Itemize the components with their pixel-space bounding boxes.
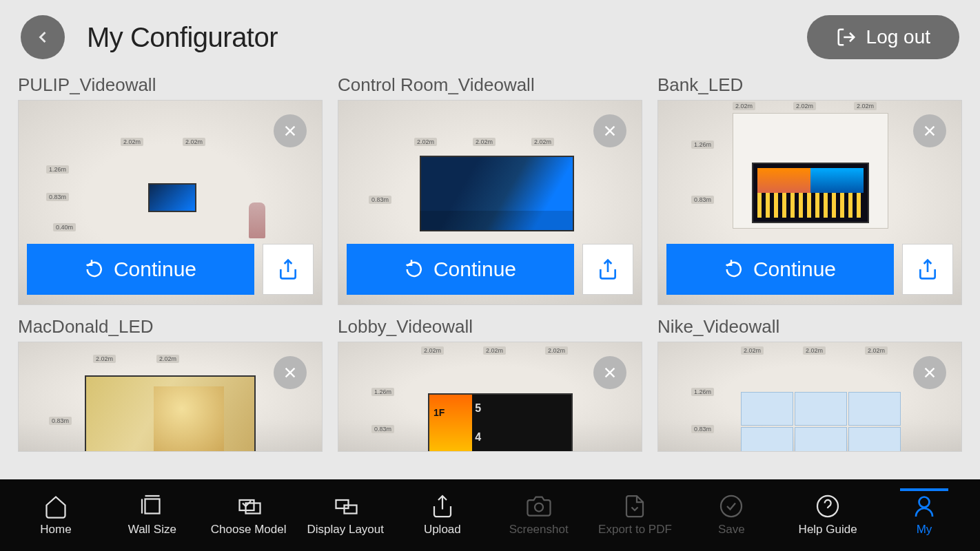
delete-project-button[interactable] [593,114,626,147]
project-title: PULIP_Videowall [18,74,323,96]
projects-grid: PULIP_Videowall 2.02m 2.02m 1.26m 0.83m … [0,66,980,452]
project: Lobby_Videowall 2.02m 2.02m 2.02m 1.26m … [338,316,642,452]
nav-label: Choose Model [211,523,287,537]
project: PULIP_Videowall 2.02m 2.02m 1.26m 0.83m … [18,74,323,305]
project: Control Room_Videowall 2.02m 2.02m 2.02m… [338,74,642,305]
close-icon [602,365,617,380]
back-button[interactable] [21,15,65,59]
nav-display-layout[interactable]: Display Layout [307,494,384,537]
upload-icon [430,494,455,519]
project-card: 2.02m 2.02m 1.26m 0.83m 0.40m Continue [18,100,323,305]
svg-rect-21 [336,500,349,508]
close-icon [922,123,937,138]
redo-icon [405,259,425,280]
page-title: My Configurator [87,22,278,53]
layout-icon [333,494,358,519]
continue-label: Continue [433,258,516,281]
continue-label: Continue [114,258,196,281]
nav-label: Display Layout [307,523,384,537]
svg-rect-22 [345,506,357,514]
continue-button[interactable]: Continue [27,244,254,295]
nav-my[interactable]: My [886,494,962,537]
project-preview[interactable]: 2.02m 2.02m 2.02m 1.26m 0.83m 1F 5 4 [338,342,642,451]
user-icon [912,494,937,519]
nav-label: My [917,523,932,537]
nav-label: Upload [424,523,461,537]
continue-label: Continue [753,258,836,281]
header: My Configurator Log out [0,0,980,66]
home-icon [43,494,68,519]
svg-point-24 [535,503,543,512]
project-card: 2.02m 2.02m 2.02m 1.26m 0.83m [657,342,962,452]
project-title: MacDonald_LED [18,316,323,337]
project: Bank_LED 2.02m 2.02m 2.02m 1.26m 0.83m [657,74,962,305]
nav-label: Screenshot [509,523,569,537]
project-card: 2.02m 2.02m 0.83m [18,342,323,452]
project-card: 2.02m 2.02m 2.02m 1.26m 0.83m 1F 5 4 [338,342,642,452]
bottom-nav: Home Wall Size Choose Model Display Layo… [0,479,980,551]
share-button[interactable] [902,244,953,295]
nav-save: Save [693,494,769,537]
project: MacDonald_LED 2.02m 2.02m 0.83m [18,316,323,452]
svg-point-25 [721,496,742,517]
help-icon [815,494,840,519]
svg-rect-16 [145,499,159,514]
nav-label: Save [718,523,745,537]
delete-project-button[interactable] [593,356,626,389]
close-icon [602,123,617,138]
nav-label: Help Guide [799,523,857,537]
redo-icon [85,259,105,280]
project-card: 2.02m 2.02m 2.02m 0.83m Continue [338,100,642,305]
close-icon [283,365,298,380]
card-actions: Continue [658,237,961,304]
chevron-left-icon [33,28,52,47]
delete-project-button[interactable] [913,114,946,147]
card-actions: Continue [19,237,322,304]
nav-wall-size[interactable]: Wall Size [114,494,190,537]
share-button[interactable] [263,244,314,295]
svg-point-28 [919,497,929,508]
share-button[interactable] [582,244,633,295]
nav-upload[interactable]: Upload [405,494,480,537]
logout-icon [836,27,857,48]
continue-button[interactable]: Continue [666,244,894,295]
project-title: Bank_LED [657,74,962,96]
close-icon [283,123,298,138]
project-title: Nike_Videowall [657,316,962,337]
camera-icon [527,494,551,519]
nav-screenshot: Screenshot [501,494,577,537]
nav-home[interactable]: Home [18,494,94,537]
project: Nike_Videowall 2.02m 2.02m 2.02m 1.26m 0… [657,316,962,452]
share-icon [597,258,619,280]
wallsize-icon [140,494,165,519]
share-icon [917,258,939,280]
nav-label: Wall Size [128,523,176,537]
close-icon [922,365,937,380]
project-title: Control Room_Videowall [338,74,642,96]
nav-help-guide[interactable]: Help Guide [790,494,866,537]
project-title: Lobby_Videowall [338,316,642,337]
svg-point-26 [817,496,838,517]
redo-icon [724,259,745,280]
logout-button[interactable]: Log out [807,15,959,59]
project-preview[interactable]: 2.02m 2.02m 0.83m [19,342,322,451]
delete-project-button[interactable] [274,114,307,147]
delete-project-button[interactable] [913,356,946,389]
pdf-icon [622,494,647,519]
nav-label: Export to PDF [598,523,672,537]
project-preview[interactable]: 2.02m 2.02m 2.02m 1.26m 0.83m [658,342,961,451]
card-actions: Continue [338,237,642,304]
share-icon [277,258,299,280]
save-icon [719,494,744,519]
continue-button[interactable]: Continue [347,244,574,295]
nav-choose-model[interactable]: Choose Model [211,494,287,537]
logout-label: Log out [866,26,930,48]
nav-export-pdf: Export to PDF [597,494,673,537]
project-card: 2.02m 2.02m 2.02m 1.26m 0.83m [657,100,962,305]
nav-label: Home [40,523,71,537]
delete-project-button[interactable] [274,356,307,389]
model-icon [236,494,261,519]
